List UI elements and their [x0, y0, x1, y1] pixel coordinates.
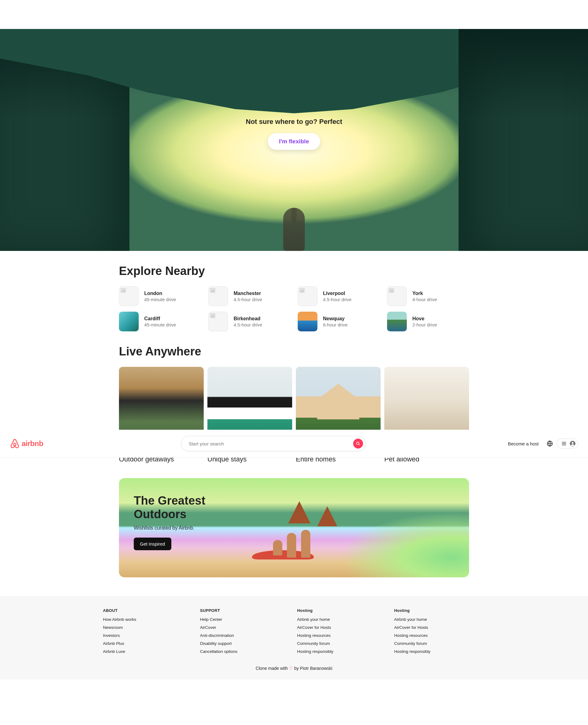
nearby-card-hove[interactable]: Hove2-hour drive	[387, 312, 469, 331]
user-menu[interactable]	[556, 439, 578, 449]
nearby-thumb	[119, 312, 139, 331]
footer-link[interactable]: Newsroom	[103, 625, 194, 630]
search-input[interactable]	[189, 441, 353, 446]
nearby-grid: London45-minute driveManchester4.5-hour …	[119, 286, 469, 331]
search-bar[interactable]	[181, 436, 366, 451]
hero-canopy-art	[0, 29, 588, 113]
footer-column: SUPPORTHelp CenterAirCoverAnti-discrimin…	[200, 608, 291, 657]
nearby-card-london[interactable]: London45-minute drive	[119, 286, 201, 306]
site-header: airbnb Become a host	[0, 430, 588, 458]
banner-figure-art	[273, 540, 282, 556]
credit-pre: Clone made with	[256, 666, 289, 671]
banner-hut-art	[316, 505, 338, 527]
nearby-name: Liverpool	[323, 291, 352, 296]
footer-link[interactable]: Disability support	[200, 641, 291, 646]
nearby-card-newquay[interactable]: Newquay6-hour drive	[298, 312, 380, 331]
footer-column: HostingAirbnb your homeAirCover for Host…	[394, 608, 485, 657]
footer-column: HostingAirbnb your homeAirCover for Host…	[297, 608, 388, 657]
hero-tagline: Not sure where to go? Perfect	[246, 118, 342, 126]
nearby-card-liverpool[interactable]: Liverpool4.5-hour drive	[298, 286, 380, 306]
brand-name: airbnb	[22, 439, 43, 448]
globe-icon[interactable]	[547, 440, 553, 447]
nearby-name: Manchester	[234, 291, 262, 296]
brand-logo[interactable]: airbnb	[10, 439, 43, 449]
footer-link[interactable]: Investors	[103, 633, 194, 638]
nearby-thumb	[208, 286, 228, 306]
site-footer: ABOUTHow Airbnb worksNewsroomInvestorsAi…	[0, 596, 588, 679]
nearby-name: York	[412, 291, 437, 296]
nearby-thumb	[208, 312, 228, 331]
nearby-drive-time: 4.5-hour drive	[234, 322, 262, 327]
footer-link[interactable]: AirCover for Hosts	[394, 625, 485, 630]
footer-link[interactable]: Anti-discrimination	[200, 633, 291, 638]
banner-subtitle: Wishlists curated by Airbnb.	[134, 525, 454, 531]
get-inspired-button[interactable]: Get Inspired	[134, 538, 171, 550]
search-icon	[356, 441, 360, 446]
footer-column: ABOUTHow Airbnb worksNewsroomInvestorsAi…	[103, 608, 194, 657]
footer-link[interactable]: Hosting responsibly	[297, 649, 388, 654]
become-host-link[interactable]: Become a host	[504, 438, 543, 450]
footer-link[interactable]: Airbnb your home	[297, 617, 388, 622]
nearby-thumb	[387, 286, 407, 306]
banner-figure-art	[287, 533, 296, 558]
nearby-thumb	[387, 312, 407, 331]
footer-link[interactable]: Airbnb your home	[394, 617, 485, 622]
footer-link[interactable]: Airbnb Luxe	[103, 649, 194, 654]
footer-link[interactable]: Community forum	[297, 641, 388, 646]
footer-link[interactable]: How Airbnb works	[103, 617, 194, 622]
banner-hut-art	[287, 500, 312, 525]
nearby-drive-time: 6-hour drive	[323, 322, 348, 327]
nearby-drive-time: 4.5-hour drive	[234, 297, 262, 302]
footer-link[interactable]: Hosting resources	[297, 633, 388, 638]
footer-link[interactable]: AirCover for Hosts	[297, 625, 388, 630]
nearby-card-york[interactable]: York4-hour drive	[387, 286, 469, 306]
footer-column-title: Hosting	[297, 608, 388, 613]
nearby-drive-time: 4-hour drive	[412, 297, 437, 302]
blank-header-space	[0, 0, 588, 29]
footer-link[interactable]: Airbnb Plus	[103, 641, 194, 646]
hero-silhouette-art	[283, 208, 305, 251]
footer-link[interactable]: Help Center	[200, 617, 291, 622]
nearby-card-birkenhead[interactable]: Birkenhead4.5-hour drive	[208, 312, 290, 331]
nearby-drive-time: 2-hour drive	[412, 322, 437, 327]
footer-credit: Clone made with ♡ by Piotr Baranowski	[0, 666, 588, 671]
credit-post: by Piotr Baranowski	[293, 666, 333, 671]
footer-link[interactable]: AirCover	[200, 625, 291, 630]
nearby-card-cardiff[interactable]: Cardiff45-minute drive	[119, 312, 201, 331]
heart-icon: ♡	[289, 666, 293, 671]
footer-column-title: SUPPORT	[200, 608, 291, 613]
nearby-drive-time: 45-minute drive	[144, 297, 176, 302]
nearby-thumb	[298, 312, 317, 331]
nearby-drive-time: 45-minute drive	[144, 322, 176, 327]
live-anywhere-title: Live Anywhere	[119, 345, 469, 358]
footer-link[interactable]: Hosting responsibly	[394, 649, 485, 654]
hero-section: Not sure where to go? Perfect I'm flexib…	[0, 29, 588, 251]
outdoors-banner: The Greatest Outdoors Wishlists curated …	[119, 478, 469, 577]
banner-figure-art	[301, 530, 310, 558]
nearby-thumb	[298, 286, 317, 306]
svg-line-1	[359, 444, 360, 446]
footer-link[interactable]: Community forum	[394, 641, 485, 646]
nearby-thumb	[119, 286, 139, 306]
flexible-button[interactable]: I'm flexible	[268, 133, 320, 150]
menu-icon	[561, 441, 567, 446]
nearby-name: Birkenhead	[234, 316, 262, 322]
footer-link[interactable]: Cancellation options	[200, 649, 291, 654]
nearby-name: Cardiff	[144, 316, 176, 322]
nearby-name: London	[144, 291, 176, 296]
explore-nearby-title: Explore Nearby	[119, 265, 469, 278]
airbnb-icon	[10, 439, 20, 449]
search-button[interactable]	[353, 439, 363, 449]
footer-column-title: ABOUT	[103, 608, 194, 613]
svg-point-7	[572, 442, 573, 444]
user-icon	[570, 441, 575, 446]
svg-point-0	[357, 442, 359, 444]
footer-link[interactable]: Hosting resources	[394, 633, 485, 638]
nearby-name: Newquay	[323, 316, 348, 322]
footer-column-title: Hosting	[394, 608, 485, 613]
nearby-name: Hove	[412, 316, 437, 322]
banner-title: The Greatest Outdoors	[134, 494, 232, 521]
nearby-card-manchester[interactable]: Manchester4.5-hour drive	[208, 286, 290, 306]
nearby-drive-time: 4.5-hour drive	[323, 297, 352, 302]
